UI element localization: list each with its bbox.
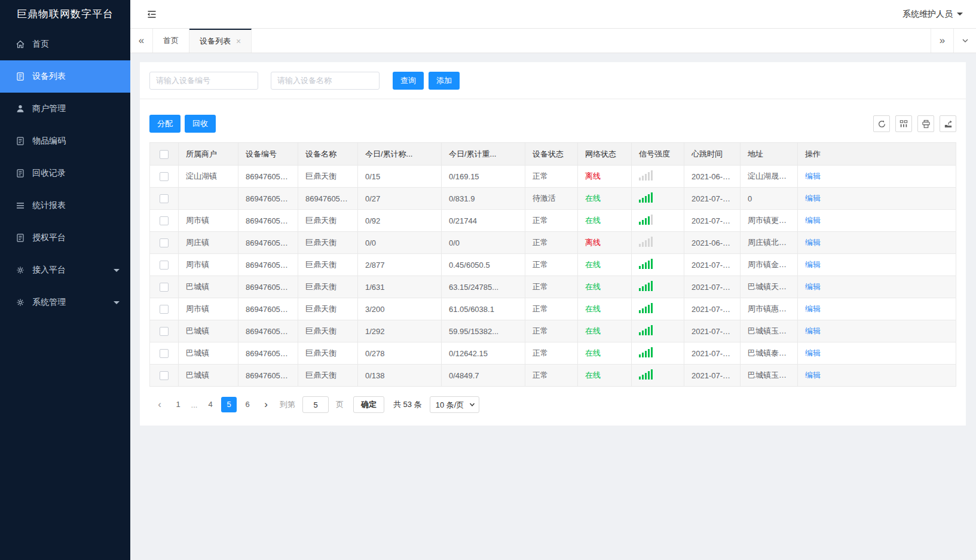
merchant-cell: 巴城镇 (179, 320, 238, 342)
sidebar-item-item-code[interactable]: 物品编码 (0, 125, 130, 157)
edit-link[interactable]: 编辑 (805, 172, 821, 180)
heartbeat-cell: 2021-07-02 ... (684, 365, 741, 387)
sidebar-item-report[interactable]: 统计报表 (0, 189, 130, 222)
add-button[interactable]: 添加 (429, 72, 460, 90)
merchant-cell: 巴城镇 (179, 342, 238, 365)
export-button[interactable] (940, 115, 956, 132)
signal-strength-icon (639, 237, 653, 247)
page-button-6[interactable]: 6 (240, 397, 255, 412)
collapse-sidebar-button[interactable] (146, 8, 158, 20)
table-toolbar: 分配 回收 (149, 115, 956, 133)
table-row: 周庄镇8694760552...巨鼎天衡0/00/0正常离线2021-06-05… (150, 232, 956, 254)
tab-home[interactable]: 首页 (153, 29, 189, 53)
today-weight-cell: 61.05/6038.1 (442, 298, 525, 320)
edit-link[interactable]: 编辑 (805, 260, 821, 269)
sidebar-item-device-list[interactable]: 设备列表 (0, 60, 130, 93)
tab-bar-controls: » (931, 29, 976, 53)
row-checkbox[interactable] (160, 216, 169, 225)
select-all-checkbox[interactable] (160, 150, 169, 159)
today-count-cell: 3/200 (358, 298, 442, 320)
sidebar-item-system[interactable]: 系统管理 (0, 286, 130, 319)
sidebar-item-label: 商户管理 (32, 103, 66, 114)
sidebar-item-access-platform[interactable]: 接入平台 (0, 254, 130, 286)
device-name-input[interactable] (271, 72, 380, 90)
goto-page-input[interactable] (302, 396, 329, 413)
row-checkbox[interactable] (160, 327, 169, 336)
row-checkbox[interactable] (160, 172, 169, 181)
heartbeat-cell: 2021-07-02 ... (684, 188, 741, 210)
system-icon (16, 298, 25, 307)
columns-button[interactable] (895, 115, 912, 132)
row-checkbox[interactable] (160, 194, 169, 203)
auth-platform-icon (16, 233, 25, 243)
device-table-body: 淀山湖镇8694760552...巨鼎天衡0/150/169.15正常离线202… (150, 166, 956, 387)
next-page-button[interactable]: › (258, 397, 274, 412)
sidebar-item-recycle-record[interactable]: 回收记录 (0, 157, 130, 189)
action-cell: 编辑 (798, 320, 956, 342)
merchant-icon (16, 104, 25, 114)
merchant-cell (179, 188, 238, 210)
page-button-1[interactable]: 1 (170, 397, 186, 412)
page-unit-label: 页 (336, 399, 344, 410)
prev-page-button[interactable]: ‹ (152, 397, 167, 412)
row-checkbox[interactable] (160, 371, 169, 380)
page-button-4[interactable]: 4 (203, 397, 218, 412)
signal-cell (632, 254, 684, 276)
sidebar: 巨鼎物联网数字平台 首页 设备列表 商户管理 物品编码 回收记录 统计报表 授权… (0, 0, 130, 560)
edit-link[interactable]: 编辑 (805, 371, 821, 380)
address-cell: 巴城镇玉石... (741, 320, 798, 342)
heartbeat-cell: 2021-07-02 ... (684, 254, 741, 276)
assign-button[interactable]: 分配 (149, 115, 180, 133)
row-checkbox[interactable] (160, 261, 169, 270)
row-checkbox[interactable] (160, 238, 169, 247)
close-icon[interactable]: × (236, 36, 241, 46)
edit-link[interactable]: 编辑 (805, 216, 821, 225)
column-header: 地址 (741, 143, 798, 166)
query-button[interactable]: 查询 (393, 72, 424, 90)
sidebar-item-merchant[interactable]: 商户管理 (0, 93, 130, 125)
edit-link[interactable]: 编辑 (805, 348, 821, 357)
today-weight-cell: 0/831.9 (442, 188, 525, 210)
column-header: 网络状态 (578, 143, 632, 166)
sidebar-item-label: 统计报表 (32, 200, 66, 211)
row-checkbox[interactable] (160, 283, 169, 292)
device-no-cell: 8694760552... (238, 188, 298, 210)
merchant-cell: 周庄镇 (179, 232, 238, 254)
sidebar-item-label: 系统管理 (32, 297, 66, 308)
page-size-select[interactable]: 10 条/页 (430, 396, 479, 413)
device-status-cell: 正常 (525, 320, 578, 342)
tabs-menu-button[interactable] (953, 29, 976, 53)
today-weight-cell: 0/12642.15 (442, 342, 525, 365)
tabs-scroll-right-button[interactable]: » (931, 29, 953, 53)
edit-link[interactable]: 编辑 (805, 304, 821, 313)
heartbeat-cell: 2021-07-02 ... (684, 342, 741, 365)
edit-link[interactable]: 编辑 (805, 282, 821, 291)
edit-link[interactable]: 编辑 (805, 194, 821, 203)
network-status-cell: 离线 (578, 166, 632, 188)
sidebar-item-auth-platform[interactable]: 授权平台 (0, 222, 130, 254)
signal-strength-icon (639, 369, 653, 380)
app-title: 巨鼎物联网数字平台 (0, 0, 130, 28)
device-no-input[interactable] (149, 72, 258, 90)
network-status-cell: 在线 (578, 342, 632, 365)
item-code-icon (16, 136, 25, 146)
edit-link[interactable]: 编辑 (805, 326, 821, 335)
merchant-cell: 周市镇 (179, 210, 238, 232)
user-menu[interactable]: 系统维护人员 (902, 9, 963, 20)
table-row: 周市镇8694760552...巨鼎天衡3/20061.05/6038.1正常在… (150, 298, 956, 320)
tab-device-list[interactable]: 设备列表 × (189, 29, 252, 53)
sidebar-item-home[interactable]: 首页 (0, 28, 130, 60)
tabs-scroll-left-button[interactable]: « (130, 29, 153, 53)
edit-link[interactable]: 编辑 (805, 238, 821, 247)
column-header: 设备名称 (298, 143, 358, 166)
merchant-cell: 淀山湖镇 (179, 166, 238, 188)
recycle-button[interactable]: 回收 (185, 115, 216, 133)
print-button[interactable] (917, 115, 934, 132)
page-button-5[interactable]: 5 (221, 397, 237, 412)
refresh-button[interactable] (873, 115, 890, 132)
row-checkbox[interactable] (160, 349, 169, 358)
confirm-button[interactable]: 确定 (353, 396, 384, 413)
row-checkbox[interactable] (160, 305, 169, 314)
address-cell: 周市镇惠安... (741, 298, 798, 320)
device-name-cell: 8694760552... (298, 188, 358, 210)
